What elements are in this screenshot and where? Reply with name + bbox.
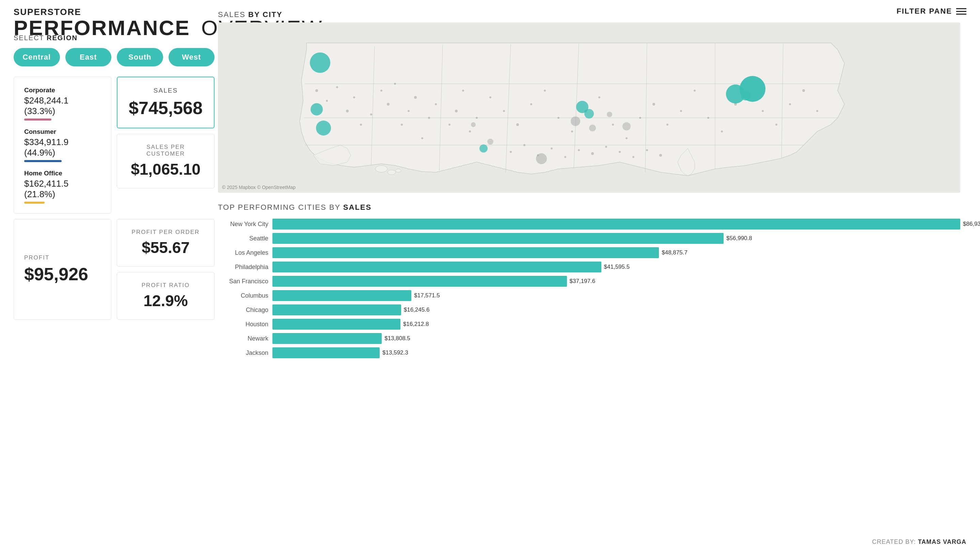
bar-city-label: Seattle xyxy=(218,235,272,242)
bar-track: $17,571.5 xyxy=(272,290,960,301)
svg-point-21 xyxy=(380,89,382,92)
segment-homeoffice-value: $162,411.5 (21.8%) xyxy=(24,178,101,199)
segment-homeoffice-bar xyxy=(24,202,45,204)
svg-point-26 xyxy=(414,96,417,99)
map-container: © 2025 Mapbox © OpenStreetMap xyxy=(218,22,960,193)
bar-value-label: $41,595.5 xyxy=(604,264,630,271)
sales-card: SALES $745,568 xyxy=(117,76,215,128)
bar-row: Philadelphia$41,595.5 xyxy=(218,261,960,272)
footer-credit: CREATED BY: TAMAS VARGA xyxy=(872,538,966,546)
svg-point-71 xyxy=(659,154,662,157)
top-cities-light: TOP PERFORMING CITIES BY xyxy=(218,203,343,212)
svg-point-69 xyxy=(632,156,635,158)
svg-point-34 xyxy=(476,117,478,119)
svg-point-16 xyxy=(336,86,338,88)
bar-row: Houston$16,212.8 xyxy=(218,319,960,330)
svg-point-48 xyxy=(667,124,668,126)
bar-fill xyxy=(272,333,382,344)
bar-track: $16,245.6 xyxy=(272,304,960,315)
svg-point-77 xyxy=(487,139,493,145)
segment-corporate-bar xyxy=(24,118,51,121)
region-btn-south[interactable]: South xyxy=(117,48,163,67)
sales-card-value: $745,568 xyxy=(129,98,203,118)
bar-city-label: Chicago xyxy=(218,306,272,314)
svg-point-52 xyxy=(721,131,723,132)
svg-point-11 xyxy=(375,166,388,172)
bar-chart: New York City$86,939.6Seattle$56,990.8Lo… xyxy=(218,219,960,358)
bar-city-label: Newark xyxy=(218,335,272,342)
bar-fill xyxy=(272,319,401,330)
svg-point-32 xyxy=(462,89,464,92)
bar-city-label: New York City xyxy=(218,221,272,228)
svg-point-66 xyxy=(591,152,594,155)
bar-track: $56,990.8 xyxy=(272,233,960,244)
svg-point-84 xyxy=(584,109,594,118)
svg-point-75 xyxy=(607,112,612,117)
bar-city-label: Houston xyxy=(218,321,272,328)
segment-consumer-value: $334,911.9 (44.9%) xyxy=(24,137,101,158)
profit-per-order-card: PROFIT PER ORDER $55.67 xyxy=(117,219,215,267)
region-btn-west[interactable]: West xyxy=(169,48,215,67)
bar-value-label: $37,197.6 xyxy=(570,278,595,285)
segments-card: Corporate $248,244.1 (33.3%) Consumer $3… xyxy=(14,76,111,213)
region-bold-label: REGION xyxy=(47,34,78,41)
bar-city-label: Philadelphia xyxy=(218,264,272,271)
bar-fill xyxy=(272,261,601,272)
sbc-bold: BY CITY xyxy=(248,10,282,19)
bar-row: Los Angeles$48,875.7 xyxy=(218,247,960,258)
pr-label: PROFIT RATIO xyxy=(127,282,204,289)
top-cities-title: TOP PERFORMING CITIES BY SALES xyxy=(218,203,960,212)
svg-point-81 xyxy=(316,121,331,135)
svg-point-78 xyxy=(471,122,476,127)
bar-value-label: $13,808.5 xyxy=(385,335,410,342)
map-credit: © 2025 Mapbox © OpenStreetMap xyxy=(222,185,296,190)
svg-point-47 xyxy=(652,103,655,105)
svg-point-27 xyxy=(421,137,423,139)
svg-point-76 xyxy=(622,122,631,131)
right-panel: SALES BY CITY xyxy=(218,10,960,361)
segment-consumer-name: Consumer xyxy=(24,128,101,135)
bar-fill xyxy=(272,233,724,244)
ppo-label: PROFIT PER ORDER xyxy=(127,229,204,236)
svg-point-19 xyxy=(360,124,362,126)
region-buttons: Central East South West xyxy=(14,48,215,67)
profit-value: $95,926 xyxy=(24,264,88,284)
footer-bold: TAMAS VARGA xyxy=(918,538,966,545)
us-map-svg xyxy=(218,22,960,193)
footer-light: CREATED BY: xyxy=(872,538,916,545)
top-cities-bold: SALES xyxy=(343,203,372,212)
svg-point-57 xyxy=(789,103,791,105)
bar-row: Jackson$13,592.3 xyxy=(218,347,960,358)
spc-value: $1,065.10 xyxy=(127,160,204,178)
svg-point-64 xyxy=(564,156,566,158)
bar-value-label: $13,592.3 xyxy=(382,349,408,356)
bar-fill xyxy=(272,276,567,287)
svg-point-13 xyxy=(396,169,401,172)
ppo-value: $55.67 xyxy=(127,238,204,257)
bar-fill xyxy=(272,290,411,301)
svg-point-80 xyxy=(310,103,323,115)
bar-fill xyxy=(272,347,380,358)
spc-label: SALES PER CUSTOMER xyxy=(127,144,204,157)
region-btn-central[interactable]: Central xyxy=(14,48,60,67)
svg-point-14 xyxy=(315,89,318,92)
bar-track: $86,939.6 xyxy=(272,219,960,229)
svg-point-82 xyxy=(479,144,488,153)
bar-value-label: $16,245.6 xyxy=(404,306,430,313)
svg-point-73 xyxy=(589,125,596,131)
select-region-text: SELECT xyxy=(14,34,47,41)
svg-point-15 xyxy=(326,100,328,102)
bar-fill xyxy=(272,219,960,229)
svg-point-33 xyxy=(469,131,471,132)
bar-track: $37,197.6 xyxy=(272,276,960,287)
svg-point-30 xyxy=(449,124,450,126)
svg-point-63 xyxy=(550,148,553,150)
bar-track: $13,592.3 xyxy=(272,347,960,358)
bar-city-label: Columbus xyxy=(218,292,272,299)
region-btn-east[interactable]: East xyxy=(65,48,112,67)
svg-point-20 xyxy=(370,113,372,115)
bar-value-label: $17,571.5 xyxy=(414,292,440,299)
sbc-light: SALES xyxy=(218,10,245,19)
profit-ratio-card: PROFIT RATIO 12.9% xyxy=(117,272,215,320)
svg-point-40 xyxy=(557,117,560,119)
